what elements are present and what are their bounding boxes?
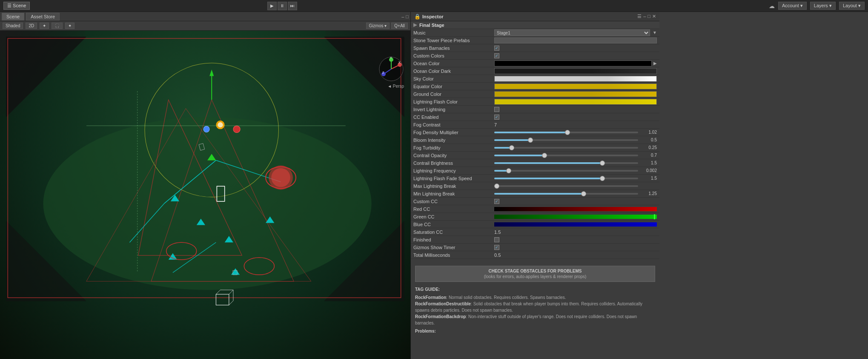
blue-cc-slider[interactable] — [494, 222, 657, 227]
ocean-color-swatch[interactable] — [494, 60, 652, 66]
spawn-barnacles-checkbox[interactable] — [494, 46, 499, 51]
asset-store-tab[interactable]: Asset Store — [26, 13, 60, 20]
tag-rock-backdrop-entry: RockFormationBackdrop: Non-interactive s… — [415, 313, 655, 326]
lightning-flash-fade-slider[interactable] — [494, 178, 638, 179]
min-lightning-slider[interactable] — [494, 193, 638, 195]
music-value[interactable]: Stage1 ▼ — [494, 29, 657, 36]
lightning-freq-value[interactable]: 0.002 — [640, 168, 657, 173]
equator-color-swatch[interactable] — [494, 83, 657, 89]
equator-color-label: Equator Color — [413, 84, 494, 89]
gizmos-button[interactable]: Gizmos ▾ — [366, 23, 390, 29]
nav-gizmo[interactable]: X Y Z — [378, 56, 404, 82]
effects-button[interactable]: ✦ — [65, 23, 74, 29]
lightning-freq-slider-container: 0.002 — [494, 168, 657, 173]
scene-tab[interactable]: ☰ Scene — [3, 2, 30, 10]
svg-text:Y: Y — [390, 56, 392, 59]
play-button[interactable]: ▶ — [267, 2, 277, 10]
account-button[interactable]: Account ▾ — [778, 2, 807, 10]
music-select-arrow: ▼ — [653, 30, 657, 35]
max-lightning-row: Max Lightning Break — [411, 182, 659, 190]
custom-cc-checkbox[interactable] — [494, 199, 499, 204]
ocean-color-dark-swatch[interactable] — [494, 68, 657, 74]
cc-enabled-row: CC Enabled — [411, 113, 659, 121]
min-lightning-value[interactable]: 1.25 — [640, 191, 657, 196]
audio-button[interactable]: 🎧 — [52, 23, 63, 29]
layout-button[interactable]: Layout ▾ — [839, 2, 865, 10]
contrail-brightness-slider-container: 1.5 — [494, 161, 657, 165]
custom-colors-row: Custom Colors — [411, 52, 659, 60]
pause-button[interactable]: ⏸ — [278, 2, 287, 10]
tag-guide: TAG GUIDE: RockFormation: Normal solid o… — [411, 284, 659, 337]
stone-tower-value[interactable] — [494, 37, 657, 43]
custom-colors-checkbox[interactable] — [494, 53, 499, 58]
sky-color-swatch[interactable] — [494, 76, 657, 82]
contrail-brightness-slider[interactable] — [494, 162, 638, 164]
invert-lightning-row: Invert Lightning — [411, 106, 659, 113]
scene-tab[interactable]: Scene — [2, 13, 24, 20]
view-2d-button[interactable]: 2D — [26, 23, 37, 29]
top-right-controls: ☁ Account ▾ Layers ▾ Layout ▾ — [769, 2, 865, 10]
green-cc-slider[interactable] — [494, 215, 657, 219]
invert-lightning-checkbox[interactable] — [494, 107, 499, 112]
svg-line-33 — [229, 290, 233, 294]
lightning-flash-color-swatch[interactable] — [494, 99, 657, 105]
bloom-intensity-slider[interactable] — [494, 139, 638, 141]
inspector-maximize[interactable]: □ — [647, 14, 650, 19]
fog-contrast-value[interactable]: 7 — [494, 122, 497, 127]
fog-turbidity-slider[interactable] — [494, 147, 638, 149]
maximize-icon[interactable]: □ — [406, 14, 409, 19]
red-cc-slider[interactable] — [494, 207, 657, 211]
top-bar: ☰ Scene ▶ ⏸ ⏭ ☁ Account ▾ Layers ▾ Layou… — [0, 0, 868, 12]
inspector-title: Inspector — [422, 14, 444, 19]
custom-colors-label: Custom Colors — [413, 53, 494, 58]
contrail-opacity-value[interactable]: 0.7 — [640, 153, 657, 158]
equator-color-row: Equator Color — [411, 83, 659, 90]
problems-label: Problems: — [415, 329, 436, 333]
color-expand-icon[interactable]: ▶ — [653, 61, 657, 66]
layers-button[interactable]: Layers ▾ — [810, 2, 836, 10]
bloom-intensity-value[interactable]: 0.5 — [640, 138, 657, 142]
svg-line-34 — [229, 301, 233, 305]
viewport[interactable]: X Y Z ◄ Persp — [0, 31, 410, 359]
ground-color-swatch[interactable] — [494, 91, 657, 97]
invert-lightning-label: Invert Lightning — [413, 107, 494, 112]
saturation-cc-value[interactable]: 1.5 — [494, 230, 501, 235]
fog-density-slider[interactable] — [494, 132, 638, 133]
check-button-line2: (looks for errors, auto-applies layers &… — [417, 274, 653, 279]
inspector-minimize[interactable]: – — [643, 14, 646, 19]
finished-checkbox[interactable] — [494, 237, 499, 242]
step-button[interactable]: ⏭ — [288, 2, 297, 10]
music-dropdown[interactable]: Stage1 — [494, 29, 650, 36]
persp-label: ◄ Persp — [387, 84, 404, 89]
minimize-icon[interactable]: – — [401, 14, 404, 19]
gizmos-timer-checkbox[interactable] — [494, 245, 499, 250]
inspector-lock-icon[interactable]: 🔒 — [414, 14, 421, 20]
lightning-flash-fade-value[interactable]: 1.5 — [640, 176, 657, 181]
svg-marker-38 — [209, 69, 214, 76]
max-lightning-slider[interactable] — [494, 185, 638, 187]
tag-guide-title: TAG GUIDE: — [415, 286, 655, 293]
lighting-button[interactable]: ✦ — [40, 23, 49, 29]
fog-density-value[interactable]: 1.02 — [640, 130, 657, 135]
contrail-opacity-slider[interactable] — [494, 155, 638, 156]
stone-tower-row: Stone Tower Piece Prefabs — [411, 37, 659, 44]
inspector-close[interactable]: ✕ — [652, 14, 656, 19]
lightning-flash-color-row: Lightning Flash Color — [411, 98, 659, 106]
check-stage-button[interactable]: CHECK STAGE OBSTACLES FOR PROBLEMS (look… — [415, 266, 655, 282]
saturation-cc-row: Saturation CC 1.5 — [411, 228, 659, 236]
cloud-icon[interactable]: ☁ — [769, 3, 775, 9]
total-ms-value[interactable]: 0.5 — [494, 253, 501, 258]
inspector-header: 🔒 Inspector ☰ – □ ✕ — [411, 12, 659, 21]
music-label: Music — [413, 30, 494, 35]
grid-button[interactable]: Q+All — [391, 23, 408, 29]
inspector-menu-icon[interactable]: ☰ — [637, 14, 642, 19]
fog-density-row: Fog Density Multiplier 1.02 — [411, 129, 659, 136]
music-row: Music Stage1 ▼ — [411, 29, 659, 37]
fog-turbidity-value[interactable]: 0.25 — [640, 145, 657, 150]
fog-contrast-label: Fog Contrast — [413, 122, 494, 127]
contrail-brightness-value[interactable]: 1.5 — [640, 161, 657, 165]
shading-dropdown[interactable]: Shaded — [3, 23, 23, 29]
lightning-freq-slider[interactable] — [494, 170, 638, 172]
ocean-color-label: Ocean Color — [413, 61, 494, 66]
cc-enabled-checkbox[interactable] — [494, 115, 499, 120]
